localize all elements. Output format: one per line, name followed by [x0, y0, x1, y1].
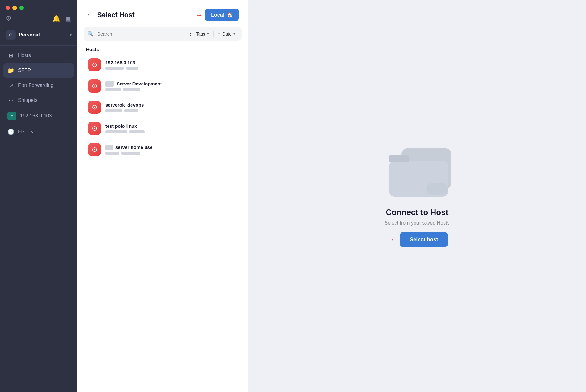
search-input[interactable]: [97, 27, 185, 40]
host-sub-block: [105, 130, 127, 133]
connect-card: Connect to Host Select from your saved H…: [383, 145, 451, 247]
sidebar-item-label: Snippets: [18, 98, 37, 103]
history-icon: 🕐: [7, 128, 14, 135]
maximize-button[interactable]: [19, 6, 24, 10]
host-sub-block: [105, 67, 124, 70]
main-content: ← Select Host → Local 🏠 🔍 🏷 Tags ▾: [77, 0, 586, 392]
host-icon-small: ⊙: [7, 112, 16, 120]
host-sub: [105, 152, 152, 155]
host-ubuntu-icon: ⊙: [88, 122, 101, 135]
page-title: Select Host: [97, 11, 191, 19]
list-item[interactable]: ⊙ serverok_devops: [84, 97, 242, 117]
sidebar-item-history[interactable]: 🕐 History: [3, 125, 74, 139]
sidebar-item-sftp-wrapper: → 📁 SFTP: [3, 63, 74, 78]
folder-illustration: [383, 145, 451, 195]
bell-icon[interactable]: 🔔: [52, 15, 60, 22]
list-item[interactable]: ⊙ Server Development: [84, 76, 242, 96]
host-info: serverok_devops: [105, 102, 144, 112]
back-button[interactable]: ←: [86, 11, 93, 19]
tag-icon: 🏷: [190, 31, 194, 36]
sidebar-item-port-forwarding[interactable]: ↗ Port Forwarding: [3, 78, 74, 93]
select-host-button[interactable]: Select host: [400, 232, 448, 247]
chevron-down-icon: ▾: [207, 32, 209, 36]
tags-label: Tags: [196, 31, 205, 36]
connect-title: Connect to Host: [386, 208, 449, 217]
terminal-icon[interactable]: ▣: [66, 15, 72, 22]
chevron-down-icon: ▾: [233, 32, 235, 36]
profile-selector[interactable]: ⚙ Personal ▾: [0, 27, 77, 45]
host-name: Server Development: [117, 81, 162, 86]
host-info: 192.168.0.103: [105, 60, 138, 70]
hosts-section-title: Hosts: [84, 47, 242, 52]
cloud-shape: [426, 183, 448, 195]
sidebar-item-label: Hosts: [18, 53, 31, 58]
host-list: ⊙ 192.168.0.103 ⊙: [84, 55, 242, 160]
host-sub-block: [126, 67, 138, 70]
sidebar-item-label: SFTP: [18, 68, 31, 73]
sort-icon: ≡: [218, 31, 220, 36]
settings-icon[interactable]: ⚙: [6, 14, 12, 22]
sidebar-item-sftp[interactable]: 📁 SFTP: [3, 63, 74, 78]
host-info: test polo linux: [105, 123, 145, 133]
host-sub: [105, 130, 145, 133]
host-sub-block: [105, 109, 122, 112]
sidebar-item-label: History: [18, 129, 34, 135]
panel-header: ← Select Host → Local 🏠: [77, 0, 248, 27]
host-ubuntu-icon: ⊙: [88, 101, 101, 114]
sidebar-nav: ⊞ Hosts → 📁 SFTP ↗ Port Forwarding {} Sn…: [0, 48, 77, 139]
avatar: ⚙: [6, 30, 16, 40]
sidebar: ⚙ 🔔 ▣ ⚙ Personal ▾ ⊞ Hosts → 📁 SFTP: [0, 0, 77, 392]
left-panel: ← Select Host → Local 🏠 🔍 🏷 Tags ▾: [77, 0, 248, 392]
red-arrow-to-select: →: [386, 235, 395, 245]
connect-arrow-row: → Select host: [386, 232, 448, 247]
red-arrow-to-local: →: [195, 11, 203, 19]
host-sub: [105, 109, 144, 112]
host-sub-block: [129, 130, 145, 133]
host-sub-block: [105, 88, 121, 91]
host-sub-block: [105, 152, 119, 155]
folder-tab: [389, 155, 409, 162]
snippets-icon: {}: [7, 97, 14, 103]
blurred-prefix: [105, 145, 113, 150]
sidebar-item-snippets[interactable]: {} Snippets: [3, 93, 74, 107]
divider: [0, 45, 77, 46]
host-info: Server Development: [105, 81, 162, 91]
host-ubuntu-icon: ⊙: [88, 58, 101, 71]
host-name: server home use: [115, 145, 152, 150]
host-sub-block: [124, 109, 138, 112]
sidebar-host-label: 192.168.0.103: [20, 113, 52, 119]
sidebar-item-label: Port Forwarding: [18, 83, 54, 88]
list-item[interactable]: ⊙ test polo linux: [84, 118, 242, 139]
host-name: serverok_devops: [105, 102, 144, 108]
sidebar-item-hosts[interactable]: ⊞ Hosts: [3, 48, 74, 63]
host-info: server home use: [105, 145, 152, 155]
port-forwarding-icon: ↗: [7, 82, 14, 89]
list-item[interactable]: ⊙ server home use: [84, 139, 242, 160]
close-button[interactable]: [6, 6, 10, 10]
sidebar-top-icons: ⚙ 🔔 ▣: [0, 13, 77, 27]
date-filter-button[interactable]: ≡ Date ▾: [214, 29, 239, 39]
sidebar-item-host[interactable]: ⊙ 192.168.0.103: [3, 108, 74, 124]
local-button[interactable]: Local 🏠: [205, 9, 239, 21]
sftp-icon: 📁: [7, 67, 14, 74]
hosts-icon: ⊞: [7, 52, 14, 59]
host-name: test polo linux: [105, 123, 145, 129]
host-sub: [105, 67, 138, 70]
search-bar: 🔍 🏷 Tags ▾ ≡ Date ▾: [84, 27, 242, 41]
traffic-lights: [0, 0, 77, 13]
local-label: Local: [211, 12, 224, 18]
host-sub-block: [123, 88, 140, 91]
host-ubuntu-icon: ⊙: [88, 79, 101, 93]
chevron-down-icon: ▾: [70, 33, 72, 37]
profile-name: Personal: [19, 32, 67, 38]
divider: [213, 31, 214, 37]
home-icon: 🏠: [227, 12, 233, 18]
tags-filter-button[interactable]: 🏷 Tags ▾: [186, 29, 213, 39]
minimize-button[interactable]: [12, 6, 17, 10]
host-ubuntu-icon: ⊙: [88, 143, 101, 156]
list-item[interactable]: ⊙ 192.168.0.103: [84, 55, 242, 75]
right-panel: Connect to Host Select from your saved H…: [248, 0, 586, 392]
connect-subtitle: Select from your saved Hosts: [385, 220, 450, 226]
host-sub-block: [121, 152, 140, 155]
date-label: Date: [222, 31, 232, 36]
